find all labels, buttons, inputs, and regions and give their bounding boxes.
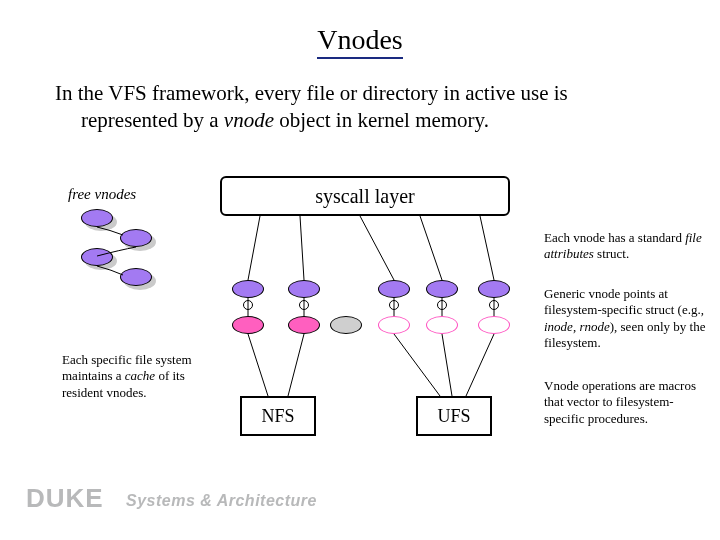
inode-dot xyxy=(243,300,253,310)
svg-line-3 xyxy=(420,216,442,280)
free-vnode xyxy=(120,268,152,286)
svg-line-14 xyxy=(466,334,494,396)
svg-line-11 xyxy=(288,334,304,396)
fs-specific-node xyxy=(378,316,410,334)
svg-line-4 xyxy=(480,216,494,280)
svg-line-0 xyxy=(248,216,260,280)
page-title: Vnodes xyxy=(0,24,720,56)
free-vnode xyxy=(81,248,113,266)
syscall-layer-box: syscall layer xyxy=(220,176,510,216)
slide: Vnodes In the VFS framework, every file … xyxy=(0,0,720,540)
svg-line-1 xyxy=(300,216,304,280)
free-vnode xyxy=(81,209,113,227)
inode-dot xyxy=(437,300,447,310)
inode-dot xyxy=(389,300,399,310)
intro-text: In the VFS framework, every file or dire… xyxy=(55,80,665,135)
svg-line-10 xyxy=(248,334,268,396)
inode-dot xyxy=(489,300,499,310)
intro-line-1: In the VFS framework, every file or dire… xyxy=(55,80,665,107)
note-generic-vnode: Generic vnode points at filesystem-speci… xyxy=(544,286,712,351)
brand-logo: DUKE xyxy=(26,483,104,514)
attr-vnode xyxy=(426,280,458,298)
fs-specific-node xyxy=(288,316,320,334)
fs-specific-node xyxy=(478,316,510,334)
fs-specific-node xyxy=(426,316,458,334)
nfs-label-box: NFS xyxy=(240,396,316,436)
intro-line-2: represented by a vnode object in kernel … xyxy=(81,107,665,134)
attr-vnode xyxy=(478,280,510,298)
free-vnode xyxy=(120,229,152,247)
svg-line-12 xyxy=(394,334,440,396)
ufs-label-box: UFS xyxy=(416,396,492,436)
inode-dot xyxy=(299,300,309,310)
attr-vnode xyxy=(378,280,410,298)
svg-line-2 xyxy=(360,216,394,280)
fs-specific-node xyxy=(232,316,264,334)
note-file-attributes: Each vnode has a standard file attribute… xyxy=(544,230,712,263)
note-vnode-ops: Vnode operations are macros that vector … xyxy=(544,378,712,427)
attr-vnode xyxy=(288,280,320,298)
svg-line-13 xyxy=(442,334,452,396)
cache-note: Each specific file system maintains a ca… xyxy=(62,352,217,401)
attr-vnode xyxy=(232,280,264,298)
fs-specific-node xyxy=(330,316,362,334)
brand-subtitle: Systems & Architecture xyxy=(126,492,317,510)
free-vnodes-label: free vnodes xyxy=(68,186,136,203)
